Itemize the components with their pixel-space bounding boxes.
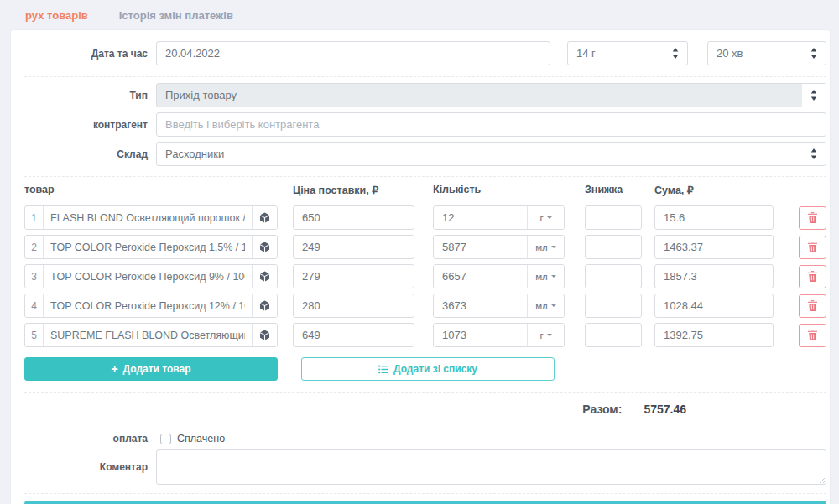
total-value: 5757.46 bbox=[644, 403, 686, 416]
cube-icon[interactable] bbox=[252, 206, 277, 229]
save-button[interactable] bbox=[24, 501, 826, 504]
unit-select[interactable]: г bbox=[527, 324, 564, 346]
discount-input[interactable] bbox=[585, 323, 642, 347]
comment-wrap bbox=[156, 449, 826, 485]
minute-select-value: 20 хв bbox=[717, 47, 743, 60]
sum-input[interactable] bbox=[654, 264, 774, 288]
product-row: 3 мл bbox=[24, 264, 826, 288]
quantity-group: мл bbox=[433, 264, 565, 288]
delete-row-button[interactable] bbox=[799, 294, 826, 318]
add-product-label: Додати товар bbox=[123, 363, 191, 375]
discount-input[interactable] bbox=[585, 235, 642, 259]
hour-select-value: 14 г bbox=[576, 47, 596, 60]
product-name-group: 5 bbox=[24, 323, 278, 347]
caret-down-icon bbox=[551, 275, 556, 280]
paid-checkbox-label: Сплачено bbox=[177, 433, 225, 444]
unit-select[interactable]: мл bbox=[527, 236, 564, 258]
price-input[interactable] bbox=[293, 205, 414, 230]
cube-icon[interactable] bbox=[252, 236, 277, 258]
sum-input[interactable] bbox=[654, 235, 774, 259]
date-input[interactable] bbox=[156, 41, 550, 65]
quantity-group: г bbox=[433, 205, 565, 230]
product-row: 5 г bbox=[24, 323, 826, 347]
comment-label: Коментар bbox=[24, 461, 148, 473]
row-number: 2 bbox=[25, 236, 44, 258]
tab-payment-history[interactable]: Історія змін платежів bbox=[119, 9, 233, 22]
type-select[interactable]: Прихід товару bbox=[156, 83, 826, 107]
row-number: 1 bbox=[25, 206, 44, 229]
delete-row-button[interactable] bbox=[799, 324, 826, 347]
minute-select[interactable]: 20 хв bbox=[707, 41, 826, 65]
quantity-group: мл bbox=[433, 294, 565, 318]
paid-checkbox[interactable] bbox=[160, 434, 171, 444]
contractor-label: контрагент bbox=[24, 119, 148, 131]
warehouse-select-value: Расходники bbox=[165, 148, 224, 160]
warehouse-label: Склад bbox=[24, 148, 148, 160]
product-name-group: 3 bbox=[24, 264, 278, 288]
quantity-group: г bbox=[433, 323, 565, 347]
date-label: Дата та час bbox=[24, 48, 148, 60]
unit-select-value: мл bbox=[535, 301, 548, 311]
form-panel: Дата та час 14 г 20 хв Тип Прихід товару bbox=[10, 29, 831, 504]
add-product-button[interactable]: + Додати товар bbox=[24, 357, 278, 381]
price-input[interactable] bbox=[293, 235, 414, 259]
product-name-group: 4 bbox=[24, 294, 278, 318]
products-header-row: товар Ціна поставки, ₽ Кількість Знижка … bbox=[24, 184, 826, 196]
divider bbox=[24, 176, 826, 177]
warehouse-select[interactable]: Расходники bbox=[156, 142, 826, 166]
header-discount: Знижка bbox=[585, 184, 654, 196]
type-row: Тип Прихід товару bbox=[24, 83, 826, 107]
unit-select-value: г bbox=[539, 213, 543, 223]
discount-input[interactable] bbox=[585, 205, 642, 230]
product-name-input[interactable] bbox=[44, 236, 252, 258]
cube-icon[interactable] bbox=[252, 324, 277, 346]
unit-select[interactable]: мл bbox=[527, 294, 564, 317]
quantity-input[interactable] bbox=[434, 294, 527, 317]
unit-select[interactable]: мл bbox=[527, 265, 564, 288]
quantity-input[interactable] bbox=[434, 265, 527, 288]
product-name-input[interactable] bbox=[44, 324, 252, 346]
quantity-input[interactable] bbox=[434, 206, 527, 229]
price-input[interactable] bbox=[293, 264, 414, 288]
type-label: Тип bbox=[24, 90, 148, 101]
date-time-row: Дата та час 14 г 20 хв bbox=[24, 41, 826, 65]
price-input[interactable] bbox=[293, 294, 414, 318]
sum-input[interactable] bbox=[654, 294, 774, 318]
updown-arrows-icon bbox=[672, 48, 679, 59]
discount-input[interactable] bbox=[585, 264, 642, 288]
quantity-input[interactable] bbox=[434, 236, 527, 258]
discount-input[interactable] bbox=[585, 294, 642, 318]
unit-select[interactable]: г bbox=[527, 206, 564, 229]
sum-input[interactable] bbox=[654, 323, 774, 347]
list-icon bbox=[378, 365, 388, 374]
plus-icon: + bbox=[111, 362, 117, 376]
cube-icon[interactable] bbox=[252, 294, 277, 317]
comment-textarea[interactable] bbox=[156, 449, 826, 485]
delete-row-button[interactable] bbox=[799, 236, 826, 259]
caret-down-icon bbox=[547, 216, 552, 221]
divider bbox=[24, 76, 826, 77]
total-label: Разом: bbox=[582, 403, 622, 416]
product-name-input[interactable] bbox=[44, 294, 252, 317]
quantity-input[interactable] bbox=[434, 324, 527, 346]
product-name-input[interactable] bbox=[44, 206, 252, 229]
cube-icon[interactable] bbox=[252, 265, 277, 288]
tab-goods-movement[interactable]: рух товарів bbox=[25, 9, 88, 22]
hour-select[interactable]: 14 г bbox=[567, 41, 688, 65]
add-from-list-label: Додати зі списку bbox=[393, 363, 477, 375]
sum-input[interactable] bbox=[654, 205, 774, 230]
contractor-input[interactable] bbox=[156, 112, 826, 137]
header-price: Ціна поставки, ₽ bbox=[293, 184, 433, 196]
delete-row-button[interactable] bbox=[799, 206, 826, 230]
row-number: 5 bbox=[25, 324, 44, 346]
caret-down-icon bbox=[551, 304, 556, 309]
add-from-list-button[interactable]: Додати зі списку bbox=[301, 357, 555, 381]
delete-row-button[interactable] bbox=[799, 265, 826, 288]
payment-label: оплата bbox=[24, 433, 148, 444]
product-name-input[interactable] bbox=[44, 265, 252, 288]
divider bbox=[24, 493, 826, 494]
price-input[interactable] bbox=[293, 323, 414, 347]
updown-arrows-icon bbox=[810, 48, 817, 59]
row-number: 3 bbox=[25, 265, 44, 288]
caret-down-icon bbox=[547, 334, 552, 339]
